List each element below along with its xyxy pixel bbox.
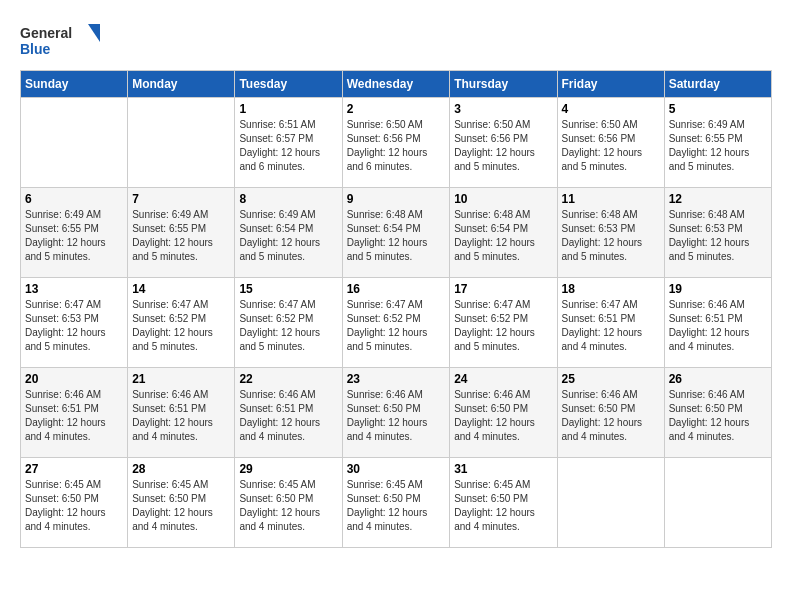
day-number: 22 bbox=[239, 372, 337, 386]
day-info: Sunrise: 6:47 AM Sunset: 6:51 PM Dayligh… bbox=[562, 298, 660, 354]
day-info: Sunrise: 6:46 AM Sunset: 6:50 PM Dayligh… bbox=[669, 388, 767, 444]
day-info: Sunrise: 6:48 AM Sunset: 6:54 PM Dayligh… bbox=[347, 208, 446, 264]
day-info: Sunrise: 6:45 AM Sunset: 6:50 PM Dayligh… bbox=[25, 478, 123, 534]
day-number: 25 bbox=[562, 372, 660, 386]
calendar-week-row: 20Sunrise: 6:46 AM Sunset: 6:51 PM Dayli… bbox=[21, 368, 772, 458]
day-number: 13 bbox=[25, 282, 123, 296]
day-info: Sunrise: 6:51 AM Sunset: 6:57 PM Dayligh… bbox=[239, 118, 337, 174]
calendar-cell: 26Sunrise: 6:46 AM Sunset: 6:50 PM Dayli… bbox=[664, 368, 771, 458]
calendar-cell: 31Sunrise: 6:45 AM Sunset: 6:50 PM Dayli… bbox=[450, 458, 557, 548]
logo: General Blue bbox=[20, 20, 100, 60]
day-number: 3 bbox=[454, 102, 552, 116]
day-info: Sunrise: 6:45 AM Sunset: 6:50 PM Dayligh… bbox=[239, 478, 337, 534]
calendar-week-row: 6Sunrise: 6:49 AM Sunset: 6:55 PM Daylig… bbox=[21, 188, 772, 278]
day-number: 28 bbox=[132, 462, 230, 476]
calendar-cell: 12Sunrise: 6:48 AM Sunset: 6:53 PM Dayli… bbox=[664, 188, 771, 278]
day-number: 30 bbox=[347, 462, 446, 476]
day-info: Sunrise: 6:48 AM Sunset: 6:53 PM Dayligh… bbox=[669, 208, 767, 264]
day-number: 19 bbox=[669, 282, 767, 296]
calendar-header-cell: Wednesday bbox=[342, 71, 450, 98]
day-number: 11 bbox=[562, 192, 660, 206]
calendar-header-row: SundayMondayTuesdayWednesdayThursdayFrid… bbox=[21, 71, 772, 98]
day-info: Sunrise: 6:49 AM Sunset: 6:55 PM Dayligh… bbox=[25, 208, 123, 264]
calendar-week-row: 27Sunrise: 6:45 AM Sunset: 6:50 PM Dayli… bbox=[21, 458, 772, 548]
day-info: Sunrise: 6:47 AM Sunset: 6:52 PM Dayligh… bbox=[239, 298, 337, 354]
calendar-cell: 7Sunrise: 6:49 AM Sunset: 6:55 PM Daylig… bbox=[128, 188, 235, 278]
day-number: 12 bbox=[669, 192, 767, 206]
day-number: 17 bbox=[454, 282, 552, 296]
day-info: Sunrise: 6:46 AM Sunset: 6:50 PM Dayligh… bbox=[347, 388, 446, 444]
day-number: 16 bbox=[347, 282, 446, 296]
day-info: Sunrise: 6:47 AM Sunset: 6:52 PM Dayligh… bbox=[132, 298, 230, 354]
calendar-cell: 28Sunrise: 6:45 AM Sunset: 6:50 PM Dayli… bbox=[128, 458, 235, 548]
day-number: 10 bbox=[454, 192, 552, 206]
calendar-cell: 10Sunrise: 6:48 AM Sunset: 6:54 PM Dayli… bbox=[450, 188, 557, 278]
calendar-header-cell: Friday bbox=[557, 71, 664, 98]
day-number: 26 bbox=[669, 372, 767, 386]
logo-svg: General Blue bbox=[20, 20, 100, 60]
calendar-cell: 20Sunrise: 6:46 AM Sunset: 6:51 PM Dayli… bbox=[21, 368, 128, 458]
calendar-cell: 27Sunrise: 6:45 AM Sunset: 6:50 PM Dayli… bbox=[21, 458, 128, 548]
day-number: 27 bbox=[25, 462, 123, 476]
calendar-cell: 11Sunrise: 6:48 AM Sunset: 6:53 PM Dayli… bbox=[557, 188, 664, 278]
day-info: Sunrise: 6:47 AM Sunset: 6:52 PM Dayligh… bbox=[454, 298, 552, 354]
calendar-header-cell: Saturday bbox=[664, 71, 771, 98]
day-info: Sunrise: 6:48 AM Sunset: 6:53 PM Dayligh… bbox=[562, 208, 660, 264]
day-number: 23 bbox=[347, 372, 446, 386]
calendar-week-row: 1Sunrise: 6:51 AM Sunset: 6:57 PM Daylig… bbox=[21, 98, 772, 188]
day-number: 24 bbox=[454, 372, 552, 386]
calendar-cell: 19Sunrise: 6:46 AM Sunset: 6:51 PM Dayli… bbox=[664, 278, 771, 368]
svg-text:General: General bbox=[20, 25, 72, 41]
day-info: Sunrise: 6:45 AM Sunset: 6:50 PM Dayligh… bbox=[454, 478, 552, 534]
calendar-cell: 13Sunrise: 6:47 AM Sunset: 6:53 PM Dayli… bbox=[21, 278, 128, 368]
calendar-cell: 8Sunrise: 6:49 AM Sunset: 6:54 PM Daylig… bbox=[235, 188, 342, 278]
day-number: 5 bbox=[669, 102, 767, 116]
calendar-header-cell: Sunday bbox=[21, 71, 128, 98]
calendar-body: 1Sunrise: 6:51 AM Sunset: 6:57 PM Daylig… bbox=[21, 98, 772, 548]
day-number: 8 bbox=[239, 192, 337, 206]
day-info: Sunrise: 6:48 AM Sunset: 6:54 PM Dayligh… bbox=[454, 208, 552, 264]
calendar-cell: 24Sunrise: 6:46 AM Sunset: 6:50 PM Dayli… bbox=[450, 368, 557, 458]
day-info: Sunrise: 6:49 AM Sunset: 6:54 PM Dayligh… bbox=[239, 208, 337, 264]
calendar-cell: 14Sunrise: 6:47 AM Sunset: 6:52 PM Dayli… bbox=[128, 278, 235, 368]
calendar-cell bbox=[21, 98, 128, 188]
day-info: Sunrise: 6:45 AM Sunset: 6:50 PM Dayligh… bbox=[132, 478, 230, 534]
calendar-week-row: 13Sunrise: 6:47 AM Sunset: 6:53 PM Dayli… bbox=[21, 278, 772, 368]
day-number: 1 bbox=[239, 102, 337, 116]
calendar-cell: 16Sunrise: 6:47 AM Sunset: 6:52 PM Dayli… bbox=[342, 278, 450, 368]
day-info: Sunrise: 6:46 AM Sunset: 6:50 PM Dayligh… bbox=[562, 388, 660, 444]
day-info: Sunrise: 6:50 AM Sunset: 6:56 PM Dayligh… bbox=[562, 118, 660, 174]
day-info: Sunrise: 6:46 AM Sunset: 6:51 PM Dayligh… bbox=[239, 388, 337, 444]
calendar-cell: 18Sunrise: 6:47 AM Sunset: 6:51 PM Dayli… bbox=[557, 278, 664, 368]
day-number: 2 bbox=[347, 102, 446, 116]
svg-text:Blue: Blue bbox=[20, 41, 51, 57]
day-number: 15 bbox=[239, 282, 337, 296]
day-info: Sunrise: 6:46 AM Sunset: 6:51 PM Dayligh… bbox=[669, 298, 767, 354]
calendar-cell: 9Sunrise: 6:48 AM Sunset: 6:54 PM Daylig… bbox=[342, 188, 450, 278]
calendar-cell: 22Sunrise: 6:46 AM Sunset: 6:51 PM Dayli… bbox=[235, 368, 342, 458]
day-number: 7 bbox=[132, 192, 230, 206]
calendar-header-cell: Thursday bbox=[450, 71, 557, 98]
calendar-cell: 21Sunrise: 6:46 AM Sunset: 6:51 PM Dayli… bbox=[128, 368, 235, 458]
day-number: 6 bbox=[25, 192, 123, 206]
day-number: 18 bbox=[562, 282, 660, 296]
calendar-cell: 5Sunrise: 6:49 AM Sunset: 6:55 PM Daylig… bbox=[664, 98, 771, 188]
day-number: 9 bbox=[347, 192, 446, 206]
day-number: 4 bbox=[562, 102, 660, 116]
day-info: Sunrise: 6:46 AM Sunset: 6:51 PM Dayligh… bbox=[25, 388, 123, 444]
day-number: 21 bbox=[132, 372, 230, 386]
day-number: 31 bbox=[454, 462, 552, 476]
calendar-cell: 29Sunrise: 6:45 AM Sunset: 6:50 PM Dayli… bbox=[235, 458, 342, 548]
day-number: 29 bbox=[239, 462, 337, 476]
day-info: Sunrise: 6:46 AM Sunset: 6:51 PM Dayligh… bbox=[132, 388, 230, 444]
day-number: 20 bbox=[25, 372, 123, 386]
calendar-cell: 6Sunrise: 6:49 AM Sunset: 6:55 PM Daylig… bbox=[21, 188, 128, 278]
calendar-cell: 15Sunrise: 6:47 AM Sunset: 6:52 PM Dayli… bbox=[235, 278, 342, 368]
calendar-cell: 17Sunrise: 6:47 AM Sunset: 6:52 PM Dayli… bbox=[450, 278, 557, 368]
calendar-cell bbox=[128, 98, 235, 188]
calendar-cell: 30Sunrise: 6:45 AM Sunset: 6:50 PM Dayli… bbox=[342, 458, 450, 548]
day-info: Sunrise: 6:50 AM Sunset: 6:56 PM Dayligh… bbox=[347, 118, 446, 174]
calendar-cell: 4Sunrise: 6:50 AM Sunset: 6:56 PM Daylig… bbox=[557, 98, 664, 188]
calendar-cell bbox=[557, 458, 664, 548]
calendar-header-cell: Tuesday bbox=[235, 71, 342, 98]
